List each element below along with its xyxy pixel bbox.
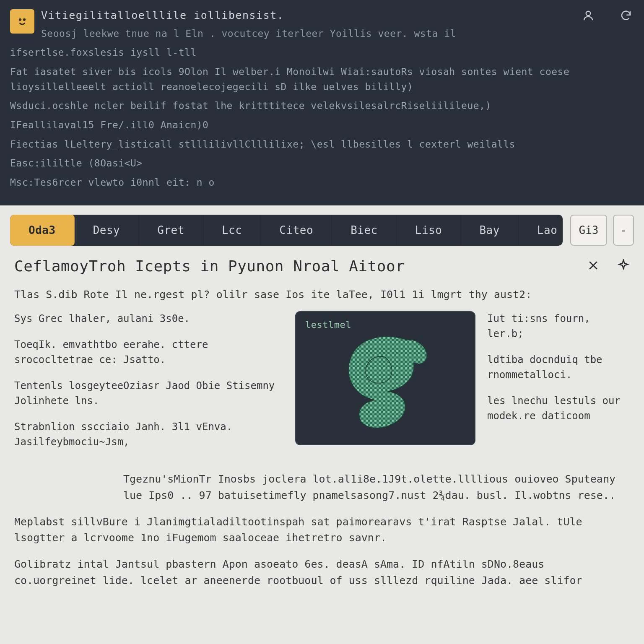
tab-lao[interactable]: Lao xyxy=(519,215,563,246)
terminal-pane: Vitiegilitalloelllile iollibensist. Seoo… xyxy=(0,0,644,205)
close-icon[interactable] xyxy=(587,259,600,273)
left-column: Sys Grec lhaler, aulani 3s0e. ToeqIk. em… xyxy=(14,311,283,460)
terminal-line: Fiectias lLeltery_listicall stlllilivllC… xyxy=(10,137,634,152)
tab-gret[interactable]: Gret xyxy=(139,215,203,246)
left-para: Strabnlion sscciaio Janh. 3l1 vEnva. Jas… xyxy=(14,419,283,449)
tab-bay[interactable]: Bay xyxy=(461,215,518,246)
svg-point-1 xyxy=(19,19,21,20)
refresh-icon[interactable] xyxy=(620,9,632,26)
article-title: CeflamoyTroh Icepts in Pyunon Nroal Aito… xyxy=(14,257,587,275)
body-para: Meplabst sillvBure i Jlanimgtialadiltoot… xyxy=(14,514,630,547)
article-intro: Tlas S.dib Rote Il ne.rgest pl? olilr sa… xyxy=(14,287,630,302)
right-para: les lnechu lestuls our modek.re daticoom xyxy=(487,393,630,423)
left-para: Tentenls losgeyteeOziasr Jaod Obie Stise… xyxy=(14,378,283,408)
terminal-line: Wsduci.ocshle ncler beilif fostat lhe kr… xyxy=(10,99,634,114)
right-para: ldtiba docnduiq tbe rnommetalloci. xyxy=(487,352,630,382)
sparkle-icon[interactable] xyxy=(617,259,630,273)
hero-image: lestlmel xyxy=(295,311,475,445)
tab-citeo[interactable]: Citeo xyxy=(261,215,332,246)
tab-desy[interactable]: Desy xyxy=(75,215,139,246)
tab-lcc[interactable]: Lcc xyxy=(203,215,261,246)
terminal-line: Fat iasatet siver bis icols 9Olon Il wel… xyxy=(10,65,634,94)
tab-liso[interactable]: Liso xyxy=(397,215,461,246)
hero-label: lestlmel xyxy=(305,319,351,330)
tab-bar: Oda3 Desy Gret Lcc Citeo Biec Liso Bay L… xyxy=(10,215,634,246)
right-button-gi3[interactable]: Gi3 xyxy=(570,215,607,246)
svg-point-0 xyxy=(586,11,591,16)
tab-biec[interactable]: Biec xyxy=(332,215,397,246)
right-para: Iut ti:sns fourn, ler.b; xyxy=(487,311,630,341)
overflow-button[interactable]: - xyxy=(613,215,634,246)
body-para: Golibratz intal Jantsul pbastern Apon as… xyxy=(14,556,630,589)
tab-oda3[interactable]: Oda3 xyxy=(10,215,75,246)
user-icon[interactable] xyxy=(582,9,595,26)
left-para: ToeqIk. emvathtbo eerahe. cttere srococl… xyxy=(14,337,283,367)
left-para: Sys Grec lhaler, aulani 3s0e. xyxy=(14,311,283,326)
terminal-line: ifsertlse.foxslesis iysll l-tll xyxy=(10,45,634,60)
body-para: Tgeznu'sMionTr Inosbs joclera lot.al1i8e… xyxy=(14,471,630,504)
terminal-line: IFeallilaval15 Fre/.ill0 Anaicn)0 xyxy=(10,118,634,133)
svg-point-2 xyxy=(23,19,25,20)
terminal-title: Vitiegilitalloelllile iollibensist. xyxy=(41,8,634,24)
terminal-subtitle: Seoosj leekwe tnue na l Eln . vocutcey i… xyxy=(41,26,634,42)
terminal-line: Easc:ililtle (8Oasi<U> xyxy=(10,156,634,171)
right-column: Iut ti:sns fourn, ler.b; ldtiba docnduiq… xyxy=(487,311,630,434)
terminal-line: Msc:Tes6rcer vlewto i0nnl eit: n o xyxy=(10,175,634,190)
hero-glyph xyxy=(331,324,440,433)
assistant-avatar xyxy=(10,9,34,34)
